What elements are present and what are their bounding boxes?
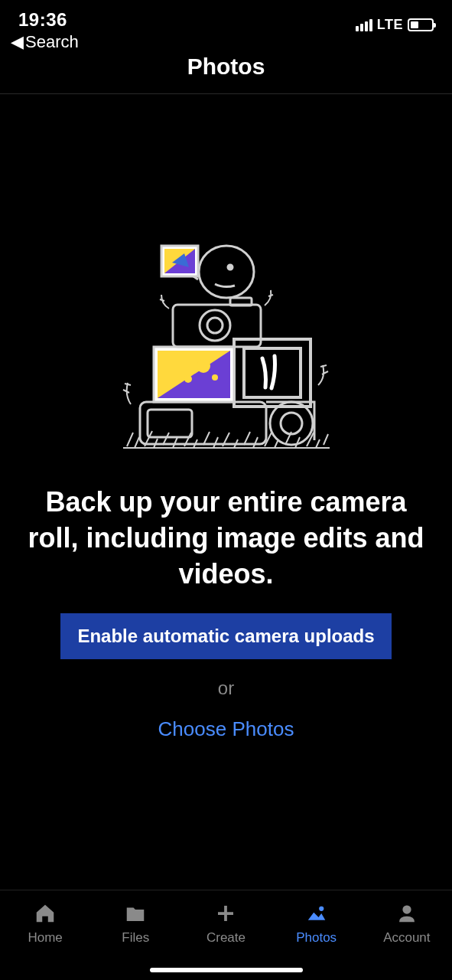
main-content: Back up your entire camera roll, includi…	[0, 94, 452, 741]
or-divider: or	[218, 678, 234, 699]
back-label: Search	[25, 32, 79, 52]
svg-point-17	[199, 246, 254, 298]
photos-icon	[304, 901, 329, 926]
svg-point-15	[200, 310, 230, 341]
account-icon	[395, 901, 419, 926]
svg-rect-5	[244, 348, 301, 397]
folder-icon	[123, 901, 148, 926]
home-indicator[interactable]	[150, 968, 303, 972]
plus-icon	[213, 901, 238, 926]
enable-uploads-button[interactable]: Enable automatic camera uploads	[60, 613, 391, 659]
svg-point-16	[207, 318, 223, 333]
status-left: 19:36 ◀ Search	[18, 9, 79, 52]
status-bar: 19:36 ◀ Search LTE	[0, 0, 452, 37]
tab-home[interactable]: Home	[11, 901, 80, 946]
tab-files[interactable]: Files	[101, 901, 170, 946]
page-title: Photos	[0, 54, 452, 80]
svg-point-18	[228, 265, 233, 270]
promo-text: Back up your entire camera roll, includi…	[0, 485, 452, 592]
svg-point-25	[402, 905, 411, 913]
home-icon	[33, 901, 57, 926]
svg-rect-1	[148, 410, 192, 437]
tab-label: Photos	[296, 930, 337, 946]
signal-icon	[356, 19, 372, 31]
tab-account[interactable]: Account	[372, 901, 441, 946]
status-right: LTE	[356, 9, 434, 33]
camera-pile-illustration	[115, 232, 337, 462]
tab-create[interactable]: Create	[191, 901, 260, 946]
status-time: 19:36	[18, 9, 79, 31]
svg-point-2	[270, 402, 313, 445]
tab-label: Home	[28, 930, 62, 946]
battery-icon	[408, 18, 434, 31]
svg-point-3	[281, 413, 302, 434]
tab-label: Create	[206, 930, 246, 946]
network-type: LTE	[377, 17, 403, 33]
tab-label: Account	[383, 930, 430, 946]
back-chevron-icon: ◀	[11, 32, 24, 52]
svg-point-10	[184, 375, 192, 383]
tab-photos[interactable]: Photos	[282, 901, 351, 946]
choose-photos-link[interactable]: Choose Photos	[158, 717, 294, 741]
back-to-search[interactable]: ◀ Search	[11, 32, 79, 52]
svg-point-24	[319, 906, 324, 911]
svg-rect-14	[230, 298, 252, 305]
svg-point-9	[197, 359, 210, 373]
bottom-tabbar: Home Files Create Photos	[0, 890, 452, 980]
svg-point-11	[212, 374, 218, 381]
tab-label: Files	[122, 930, 149, 946]
